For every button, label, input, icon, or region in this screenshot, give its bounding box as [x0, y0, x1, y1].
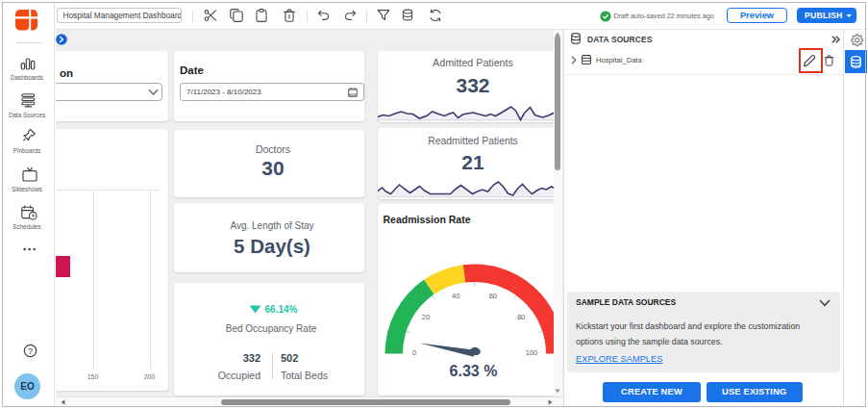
svg-text:20: 20: [421, 313, 429, 321]
svg-text:6.33 %: 6.33 %: [449, 363, 497, 379]
svg-text:80: 80: [516, 313, 524, 321]
svg-text:0: 0: [411, 348, 415, 357]
svg-text:40: 40: [452, 292, 459, 300]
svg-text:60: 60: [488, 292, 496, 300]
svg-text:100: 100: [525, 348, 537, 357]
svg-text:?: ?: [28, 346, 33, 356]
